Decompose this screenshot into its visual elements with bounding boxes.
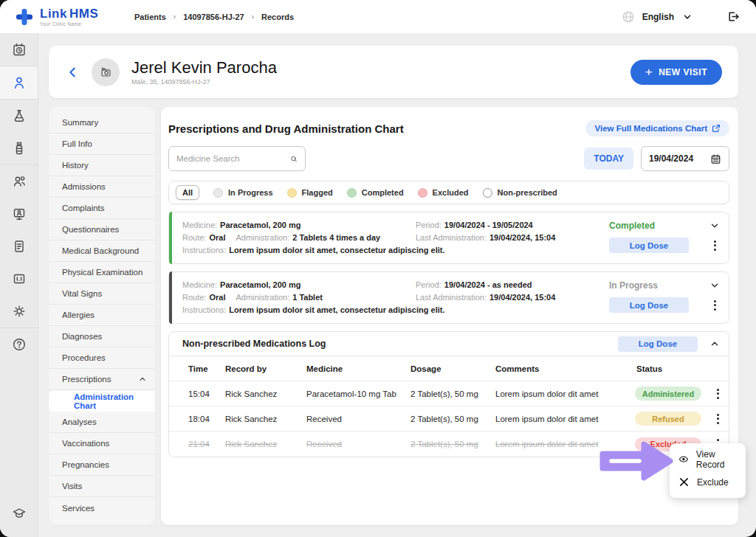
eye-icon — [678, 453, 689, 465]
status-filter-bar: All In Progress Flagged Completed — [168, 181, 729, 204]
medication-card: Medicine: Paracetamol, 200 mg Period: 19… — [168, 212, 729, 264]
log-dose-button[interactable]: Log Dose — [609, 297, 689, 313]
back-button[interactable] — [66, 66, 80, 79]
breadcrumb-records[interactable]: Records — [261, 13, 294, 21]
column-status: Status — [626, 364, 709, 373]
logout-icon[interactable] — [726, 10, 740, 24]
help-icon[interactable] — [0, 328, 38, 361]
sidebar-item-vaccinations[interactable]: Vaccinations — [49, 433, 155, 454]
language-selector[interactable]: English — [642, 12, 674, 22]
education-cap-icon[interactable] — [0, 497, 38, 530]
clinic-cross-icon — [15, 7, 34, 27]
flagged-dot-icon — [287, 188, 297, 198]
kebab-menu-icon[interactable] — [710, 239, 720, 252]
staff-icon[interactable] — [0, 165, 38, 198]
context-menu-exclude[interactable]: Exclude — [670, 471, 746, 493]
sidebar-item-vital-signs[interactable]: Vital Signs — [49, 283, 155, 305]
cell-medicine: Paracetamol-10 mg Tab — [306, 389, 410, 398]
chevron-down-icon[interactable] — [709, 221, 720, 231]
billing-board-icon[interactable] — [0, 263, 38, 295]
app-logo[interactable]: LinkHMS Your Clinic Name — [0, 7, 134, 27]
cell-time: 18:04 — [188, 415, 225, 423]
last-administration-value: 19/04/2024, 15:04 — [489, 232, 555, 244]
sidebar-item-allergies[interactable]: Allergies — [49, 305, 155, 326]
column-comments: Comments — [495, 364, 626, 373]
filter-non-prescribed[interactable]: Non-prescribed — [483, 188, 557, 198]
settings-gear-icon[interactable] — [0, 295, 38, 328]
instructions-value: Lorem ipsum dolor sit amet, consectetur … — [229, 304, 444, 316]
sidebar-item-prescriptions[interactable]: Prescriptions — [49, 369, 155, 390]
filter-excluded[interactable]: Excluded — [418, 188, 469, 198]
brand-tagline: Your Clinic Name — [40, 21, 98, 27]
completed-dot-icon — [347, 188, 357, 198]
log-dose-button[interactable]: Log Dose — [618, 336, 698, 352]
sidebar-item-complaints[interactable]: Complaints — [49, 198, 155, 219]
kebab-menu-icon[interactable] — [713, 412, 723, 426]
last-administration-value: 19/04/2024, 15:04 — [489, 291, 555, 304]
kebab-menu-icon[interactable] — [710, 299, 720, 312]
route-label: Route: — [182, 291, 206, 304]
workstation-icon[interactable] — [0, 198, 38, 230]
medicine-label: Medicine: — [182, 219, 217, 232]
sidebar-item-services[interactable]: Services — [49, 497, 155, 519]
calendar-icon — [710, 153, 721, 164]
search-icon[interactable] — [290, 153, 298, 164]
pharmacy-icon[interactable] — [0, 132, 38, 164]
icon-rail — [0, 33, 38, 537]
schedule-icon[interactable] — [0, 33, 38, 66]
x-icon — [678, 477, 690, 488]
sidebar-item-physical-examination[interactable]: Physical Examination — [49, 262, 155, 283]
today-button[interactable]: TODAY — [584, 148, 633, 170]
chevron-down-icon[interactable] — [709, 280, 720, 291]
sidebar-item-history[interactable]: History — [49, 155, 155, 176]
cell-dosage: 2 Tablet(s), 50 mg — [410, 415, 495, 423]
sidebar-item-pregnancies[interactable]: Pregnancies — [49, 454, 155, 476]
filter-completed[interactable]: Completed — [347, 188, 404, 198]
laboratory-icon[interactable] — [0, 100, 38, 132]
sidebar-item-full-info[interactable]: Full Info — [49, 134, 155, 155]
in-progress-dot-icon — [213, 188, 223, 198]
cell-medicine: Received — [306, 440, 410, 448]
medicine-search-input[interactable] — [176, 154, 290, 163]
log-dose-button[interactable]: Log Dose — [609, 238, 689, 253]
status-badge: In Progress — [609, 280, 658, 291]
row-context-menu: View Record Exclude — [670, 443, 746, 498]
sidebar-item-administration-chart[interactable]: Administration Chart — [49, 390, 155, 412]
view-full-medications-chart-link[interactable]: View Full Medications Chart — [585, 120, 729, 136]
period-label: Period: — [416, 219, 441, 232]
medicine-value: Paracetamol, 200 mg — [220, 219, 300, 232]
breadcrumb-patients[interactable]: Patients — [134, 13, 166, 21]
filter-in-progress[interactable]: In Progress — [213, 188, 273, 198]
sidebar-item-procedures[interactable]: Procedures — [49, 347, 155, 369]
page-title: Prescriptions and Drug Administration Ch… — [168, 122, 404, 135]
sidebar-item-analyses[interactable]: Analyses — [49, 412, 155, 433]
filter-all[interactable]: All — [176, 185, 199, 200]
breadcrumb-patient-id[interactable]: 14097856-HJ-27 — [183, 13, 244, 21]
chevron-down-icon[interactable] — [683, 13, 692, 21]
sidebar-item-diagnoses[interactable]: Diagnoses — [49, 326, 155, 347]
sidebar-item-summary[interactable]: Summary — [49, 112, 155, 134]
reports-icon[interactable] — [0, 230, 38, 263]
table-row: 15:04 Rick Sanchez Paracetamol-10 mg Tab… — [169, 381, 729, 406]
sidebar-item-visits[interactable]: Visits — [49, 476, 155, 497]
administration-label: Administration: — [236, 232, 289, 244]
patient-avatar-upload[interactable] — [92, 58, 120, 86]
filter-flagged[interactable]: Flagged — [287, 188, 333, 198]
patients-icon[interactable] — [0, 66, 38, 99]
kebab-menu-icon[interactable] — [713, 387, 723, 401]
status-badge: Administered — [635, 387, 701, 401]
route-label: Route: — [182, 232, 206, 244]
sidebar-item-questionnaires[interactable]: Questionnaires — [49, 219, 155, 240]
patient-subtitle: Male, 35, 14097856-HJ-27 — [131, 78, 277, 86]
chevron-up-icon[interactable] — [709, 339, 720, 349]
sidebar-item-medical-background[interactable]: Medical Background — [49, 240, 155, 262]
status-badge: Refused — [635, 412, 701, 426]
new-visit-button[interactable]: + NEW VISIT — [630, 60, 722, 85]
patient-header: Jerel Kevin Parocha Male, 35, 14097856-H… — [49, 46, 738, 98]
sidebar-item-admissions[interactable]: Admissions — [49, 176, 155, 198]
period-label: Period: — [416, 279, 441, 291]
cell-record-by: Rick Sanchez — [225, 415, 306, 423]
date-picker[interactable]: 19/04/2024 — [641, 146, 729, 171]
camera-plus-icon — [100, 66, 112, 78]
context-menu-view-record[interactable]: View Record — [670, 448, 746, 471]
